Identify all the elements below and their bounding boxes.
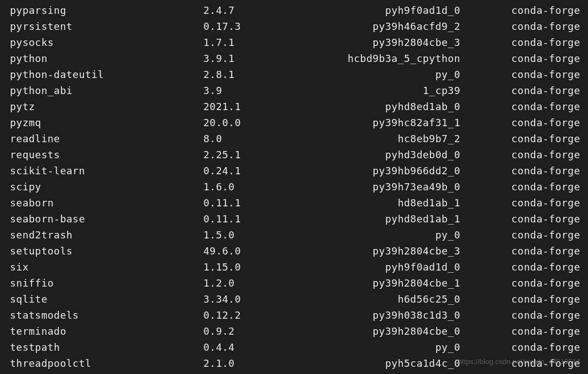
package-version: 8.6.10 [203,371,270,374]
package-row: scipy1.6.0py39h73ea49b_0conda-forge [10,179,588,195]
package-channel: conda-forge [460,34,588,50]
package-row: pyzmq20.0.0py39hc82af31_1conda-forge [10,115,588,131]
package-name: scikit-learn [10,163,203,179]
package-row: testpath0.4.4py_0conda-forge [10,339,588,355]
package-channel: conda-forge [460,147,588,163]
package-build: py39h2804cbe_0 [270,323,460,339]
package-build: pyh9f0ad1d_0 [270,2,460,18]
package-build: py39h038c1d3_0 [270,307,460,323]
package-version: 2.8.1 [203,66,270,82]
package-channel: conda-forge [460,323,588,339]
package-build: py_0 [270,339,460,355]
package-row: send2trash1.5.0py_0conda-forge [10,227,588,243]
package-name: six [10,259,203,275]
package-name: pyzmq [10,115,203,131]
package-version: 8.0 [203,131,270,147]
package-build: hd8ed1ab_1 [270,195,460,211]
package-name: send2trash [10,227,203,243]
package-build: py_0 [270,227,460,243]
package-name: testpath [10,339,203,355]
package-name: threadpoolctl [10,355,203,371]
package-channel: conda-forge [460,163,588,179]
package-build: py39hb966dd2_0 [270,163,460,179]
package-version: 0.12.2 [203,307,270,323]
package-version: 3.34.0 [203,291,270,307]
package-build: pyhd3deb0d_0 [270,147,460,163]
package-version: 2021.1 [203,98,270,115]
package-version: 49.6.0 [203,243,270,259]
package-name: python [10,50,203,66]
package-build: py39h2804cbe_3 [270,243,460,259]
package-row: sniffio1.2.0py39h2804cbe_1conda-forge [10,275,588,291]
package-version: 0.17.3 [203,18,270,34]
package-name: pyrsistent [10,18,203,34]
package-name: requests [10,147,203,163]
package-row: six1.15.0pyh9f0ad1d_0conda-forge [10,259,588,275]
package-name: tk [10,371,203,374]
package-name: sniffio [10,275,203,291]
package-build: hc8eb9b7_2 [270,131,460,147]
package-name: pytz [10,98,203,115]
package-name: python_abi [10,82,203,98]
package-row: terminado0.9.2py39h2804cbe_0conda-forge [10,323,588,339]
package-channel: conda-forge [460,243,588,259]
package-channel: conda-forge [460,50,588,66]
package-row: python_abi3.91_cp39conda-forge [10,82,588,98]
package-row: pysocks1.7.1py39h2804cbe_3conda-forge [10,34,588,50]
package-list: pyparsing2.4.7pyh9f0ad1d_0conda-forgepyr… [10,2,588,374]
package-version: 2.4.7 [203,2,270,18]
package-version: 3.9.1 [203,50,270,66]
package-version: 3.9 [203,82,270,98]
package-name: sqlite [10,291,203,307]
package-version: 1.15.0 [203,259,270,275]
package-name: statsmodels [10,307,203,323]
package-version: 1.2.0 [203,275,270,291]
package-version: 20.0.0 [203,115,270,131]
package-version: 0.4.4 [203,339,270,355]
package-name: setuptools [10,243,203,259]
package-build: h6d56c25_0 [270,291,460,307]
package-channel: conda-forge [460,211,588,227]
package-build: py39h2804cbe_1 [270,275,460,291]
package-version: 2.25.1 [203,147,270,163]
package-row: scikit-learn0.24.1py39hb966dd2_0conda-fo… [10,163,588,179]
package-name: pyparsing [10,2,203,18]
package-channel: conda-forge [460,195,588,211]
package-name: seaborn [10,195,203,211]
package-channel: conda-forge [460,131,588,147]
package-version: 1.5.0 [203,227,270,243]
package-channel: conda-forge [460,371,588,374]
package-version: 0.11.1 [203,195,270,211]
package-name: pysocks [10,34,203,50]
package-channel: conda-forge [460,82,588,98]
package-build: py39hc82af31_1 [270,115,460,131]
package-row: seaborn0.11.1hd8ed1ab_1conda-forge [10,195,588,211]
package-channel: conda-forge [460,275,588,291]
package-build: pyh5ca1d4c_0 [270,355,460,371]
package-build: pyhd8ed1ab_0 [270,98,460,115]
package-name: terminado [10,323,203,339]
package-build: py39h46acfd9_2 [270,18,460,34]
package-row: sqlite3.34.0h6d56c25_0conda-forge [10,291,588,307]
package-channel: conda-forge [460,339,588,355]
package-name: readline [10,131,203,147]
package-row: python3.9.1hcbd9b3a_5_cpythonconda-forge [10,50,588,66]
package-row: setuptools49.6.0py39h2804cbe_3conda-forg… [10,243,588,259]
package-row: tk8.6.10hf7e6567_1conda-forge [10,371,588,374]
package-version: 0.11.1 [203,211,270,227]
package-row: pyrsistent0.17.3py39h46acfd9_2conda-forg… [10,18,588,34]
package-channel: conda-forge [460,98,588,115]
package-name: python-dateutil [10,66,203,82]
package-version: 1.7.1 [203,34,270,50]
package-build: pyh9f0ad1d_0 [270,259,460,275]
package-channel: conda-forge [460,259,588,275]
package-row: seaborn-base0.11.1pyhd8ed1ab_1conda-forg… [10,211,588,227]
package-build: py39h2804cbe_3 [270,34,460,50]
package-channel: conda-forge [460,179,588,195]
package-channel: conda-forge [460,2,588,18]
package-build: 1_cp39 [270,82,460,98]
package-row: python-dateutil2.8.1py_0conda-forge [10,66,588,82]
package-channel: conda-forge [460,307,588,323]
package-row: pyparsing2.4.7pyh9f0ad1d_0conda-forge [10,2,588,18]
package-name: seaborn-base [10,211,203,227]
